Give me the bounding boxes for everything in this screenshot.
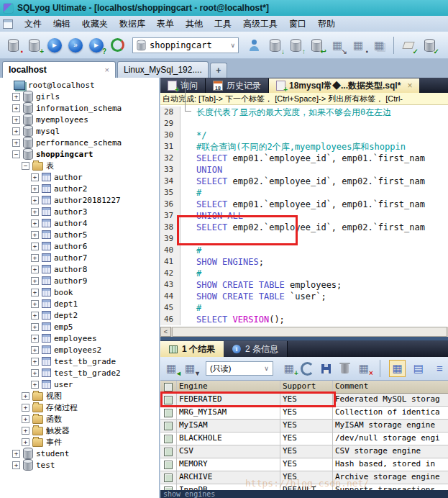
mdi-restore-icon[interactable] xyxy=(3,19,13,29)
expand-toggle-icon[interactable]: + xyxy=(12,461,20,469)
expand-toggle-icon[interactable]: + xyxy=(22,392,29,400)
menu-item[interactable]: 表单 xyxy=(151,17,180,32)
cell-comment[interactable]: /dev/null storage engi xyxy=(333,433,448,445)
expand-toggle-icon[interactable]: + xyxy=(31,312,39,320)
close-icon[interactable]: × xyxy=(105,65,109,74)
tree-item[interactable]: + user xyxy=(0,379,159,390)
cell-support[interactable]: YES xyxy=(280,445,333,458)
discard-changes-icon[interactable]: ▦× xyxy=(357,361,371,376)
menu-item[interactable]: 数据库 xyxy=(114,17,151,32)
tree-item[interactable]: + employees2 xyxy=(0,344,159,356)
expand-toggle-icon[interactable]: + xyxy=(31,277,39,285)
scrollbar-thumb[interactable] xyxy=(172,327,447,337)
menu-item[interactable]: 收藏夹 xyxy=(76,17,114,32)
save-changes-icon[interactable] xyxy=(319,361,334,376)
tree-item[interactable]: + girls xyxy=(0,91,159,102)
expand-toggle-icon[interactable]: − xyxy=(12,150,20,158)
cell-engine[interactable]: MEMORY xyxy=(177,458,280,471)
menu-item[interactable]: 编辑 xyxy=(47,17,76,32)
new-connection-icon[interactable]: + xyxy=(25,36,42,55)
column-header-comment[interactable]: Comment xyxy=(333,381,448,393)
cell-comment[interactable]: Collection of identica xyxy=(333,407,448,419)
menu-item[interactable]: 帮助 xyxy=(312,17,341,32)
row-checkbox[interactable] xyxy=(160,407,177,419)
row-checkbox[interactable] xyxy=(160,471,177,484)
tree-item[interactable]: + employees xyxy=(0,332,159,344)
text-view-button[interactable]: ≡ xyxy=(431,360,448,377)
expand-toggle-icon[interactable]: + xyxy=(31,185,39,193)
editor-line[interactable]: 28 长度代表了显示的最大宽度，如果不够会用0在左边 xyxy=(160,107,448,118)
tab-result[interactable]: 1 个结果 xyxy=(160,341,224,357)
tree-item[interactable]: + mysql xyxy=(0,125,159,137)
result-row[interactable]: CSV YES CSV storage engine xyxy=(160,445,448,458)
expand-toggle-icon[interactable]: + xyxy=(12,116,20,124)
editor-line[interactable]: 43 SHOW CREATE TABLE employees; xyxy=(160,279,448,291)
expand-toggle-icon[interactable]: + xyxy=(12,139,20,147)
editor-horizontal-scrollbar[interactable]: < xyxy=(160,327,448,337)
menu-item[interactable]: 高级工具 xyxy=(237,17,283,32)
cell-engine[interactable]: MyISAM xyxy=(177,420,280,432)
result-row[interactable]: MRG_MYISAM YES Collection of identica xyxy=(160,407,448,420)
export-options-icon[interactable]: ▦▾ xyxy=(183,361,197,376)
expand-toggle-icon[interactable]: + xyxy=(31,358,39,366)
tree-item[interactable]: + test_tb_grade2 xyxy=(0,367,159,379)
cell-comment[interactable]: Hash based, stored in xyxy=(333,458,448,471)
open-connection-icon[interactable]: ▪ xyxy=(4,36,22,55)
tree-item[interactable]: + student xyxy=(0,448,159,459)
menu-item[interactable]: 窗口 xyxy=(283,17,312,32)
tree-item[interactable]: + author20181227 xyxy=(0,194,159,206)
expand-toggle-icon[interactable]: + xyxy=(31,381,39,389)
expand-toggle-icon[interactable]: + xyxy=(12,93,20,101)
tree-item[interactable]: + emp5 xyxy=(0,321,159,332)
execute-query-icon[interactable]: ► xyxy=(46,36,63,55)
editor-line[interactable]: 40 # xyxy=(160,245,448,256)
expand-toggle-icon[interactable]: + xyxy=(12,450,20,458)
tree-item[interactable]: + myemployees xyxy=(0,114,159,125)
tree-item[interactable]: + author8 xyxy=(0,263,159,275)
explain-query-icon[interactable]: ►? xyxy=(88,36,105,55)
tree-item[interactable]: + author7 xyxy=(0,252,159,263)
row-checkbox[interactable] xyxy=(160,433,177,445)
expand-toggle-icon[interactable]: + xyxy=(31,173,39,181)
readonly-dropdown[interactable]: (只读) ∨ xyxy=(206,361,273,376)
tree-item[interactable]: + 事件 xyxy=(0,436,159,448)
tree-item[interactable]: + author2 xyxy=(0,183,159,194)
export-table-data-icon[interactable]: ▦↘ xyxy=(329,36,346,55)
tree-item[interactable]: + test_tb_grade xyxy=(0,356,159,367)
expand-toggle-icon[interactable]: + xyxy=(31,369,39,377)
expand-toggle-icon[interactable]: − xyxy=(22,162,29,170)
expand-toggle-icon[interactable]: + xyxy=(31,196,39,204)
expand-toggle-icon[interactable]: + xyxy=(31,266,39,273)
editor-line[interactable]: 36 SELECT emp01.`employee_id`, emp01.`fi… xyxy=(160,199,448,210)
expand-toggle-icon[interactable]: + xyxy=(31,219,39,227)
expand-toggle-icon[interactable]: + xyxy=(22,438,29,446)
import-data-icon[interactable]: ↑ xyxy=(287,36,304,55)
result-row[interactable]: MEMORY YES Hash based, stored in xyxy=(160,458,448,471)
backup-database-icon[interactable]: ↓ xyxy=(266,36,283,55)
cell-support[interactable]: YES xyxy=(280,458,333,471)
row-checkbox[interactable] xyxy=(160,420,177,432)
new-connection-tab-button[interactable]: + xyxy=(210,63,227,78)
expand-toggle-icon[interactable]: + xyxy=(22,404,29,412)
expand-toggle-icon[interactable]: + xyxy=(31,231,39,239)
tree-item[interactable]: + 视图 xyxy=(0,390,159,402)
tree-item[interactable]: − shoppingcart xyxy=(0,148,159,160)
tree-item[interactable]: + author4 xyxy=(0,217,159,229)
restore-data-icon[interactable]: ↩ xyxy=(308,36,325,55)
editor-line[interactable]: 41 SHOW ENGINES; xyxy=(160,256,448,268)
cell-engine[interactable]: MRG_MYISAM xyxy=(177,407,280,419)
expand-toggle-icon[interactable]: + xyxy=(31,300,39,308)
tree-item[interactable]: + book xyxy=(0,286,159,298)
database-selector[interactable]: shoppingcart ∨ xyxy=(132,37,239,53)
editor-line[interactable]: 30 */ xyxy=(160,130,448,141)
refresh-object-browser-icon[interactable] xyxy=(109,36,126,55)
tree-item[interactable]: root@localhost xyxy=(0,79,159,91)
expand-toggle-icon[interactable]: + xyxy=(31,208,39,216)
tree-item[interactable]: + information_schema xyxy=(0,102,159,114)
tab-query[interactable]: 询问 xyxy=(160,78,206,93)
tree-item[interactable]: + test xyxy=(0,459,159,471)
table-report-icon[interactable]: ▦▪ xyxy=(349,36,367,55)
tree-item[interactable]: + author9 xyxy=(0,275,159,286)
editor-line[interactable]: 42 # xyxy=(160,268,448,279)
tree-item[interactable]: + dept2 xyxy=(0,309,159,321)
